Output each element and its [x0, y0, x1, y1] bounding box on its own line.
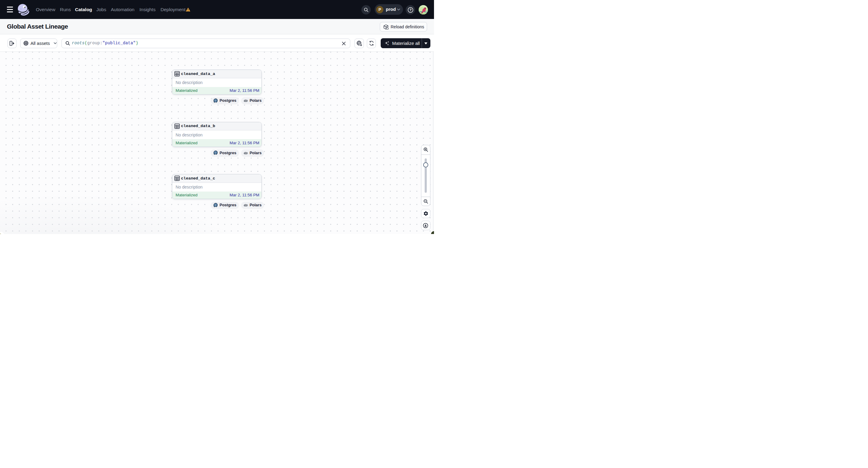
svg-text:?: ? [409, 8, 411, 12]
